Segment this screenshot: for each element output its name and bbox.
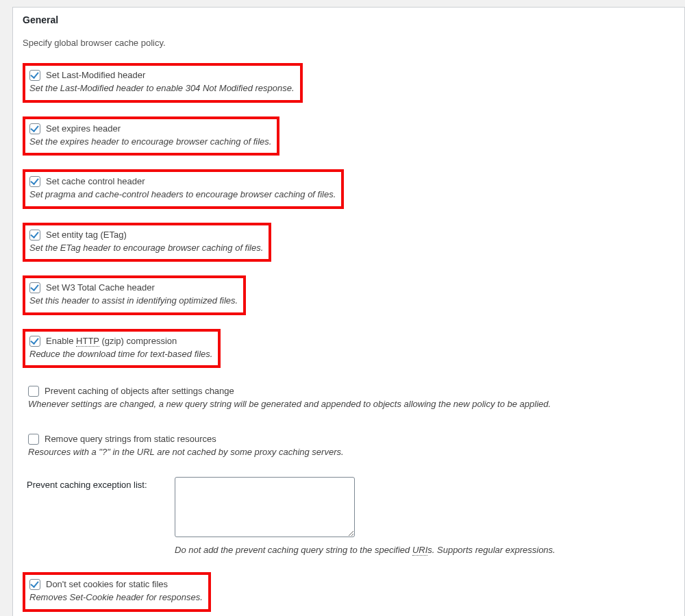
label-gzip-b: (gzip) compression [99,336,177,346]
panel-title: General [13,8,684,32]
exception-desc-a: Do not add the prevent caching query str… [175,545,412,555]
checkbox-prevent-after-change[interactable] [28,386,39,397]
exception-label: Prevent caching exception list: [23,477,175,490]
option-expires: Set expires header Set the expires heade… [23,116,279,156]
checkbox-cache-control[interactable] [29,176,40,187]
exception-desc: Do not add the prevent caching query str… [175,545,675,555]
option-last-modified: Set Last-Modified header Set the Last-Mo… [23,63,303,103]
exception-textarea[interactable] [175,477,355,537]
desc-cache-control: Set pragma and cache-control headers to … [29,188,336,201]
option-no-cookies: Don't set cookies for static files Remov… [23,572,211,612]
checkbox-gzip[interactable] [29,336,40,347]
label-w3tc[interactable]: Set W3 Total Cache header [46,282,155,293]
checkbox-remove-query[interactable] [28,434,39,445]
checkbox-w3tc[interactable] [29,282,40,293]
desc-no-cookies: Removes Set-Cookie header for responses. [29,591,203,604]
desc-remove-query: Resources with a "?" in the URL are not … [28,446,669,458]
label-gzip-a: Enable [46,336,76,346]
option-w3tc: Set W3 Total Cache header Set this heade… [23,275,246,315]
exception-desc-b: s. Supports regular expressions. [427,545,555,555]
label-remove-query[interactable]: Remove query strings from static resourc… [45,434,216,445]
desc-gzip: Reduce the download time for text-based … [29,348,212,360]
desc-w3tc: Set this header to assist in identifying… [29,295,238,307]
label-cache-control[interactable]: Set cache control header [46,176,145,187]
option-gzip: Enable HTTP (gzip) compression Reduce th… [23,329,221,369]
exception-row: Prevent caching exception list: Do not a… [23,477,675,555]
label-last-modified[interactable]: Set Last-Modified header [46,70,145,81]
label-expires[interactable]: Set expires header [46,123,121,134]
option-remove-query: Remove query strings from static resourc… [23,430,675,464]
checkbox-last-modified[interactable] [29,70,40,81]
option-prevent-after-change: Prevent caching of objects after setting… [23,382,675,416]
checkbox-etag[interactable] [29,230,40,241]
option-etag: Set entity tag (ETag) Set the ETag heade… [23,223,271,262]
abbr-uri: URI [412,545,427,556]
desc-expires: Set the expires header to encourage brow… [29,136,271,148]
option-cache-control: Set cache control header Set pragma and … [23,169,344,209]
abbr-http: HTTP [76,336,99,347]
label-etag[interactable]: Set entity tag (ETag) [46,230,127,241]
label-prevent-after-change[interactable]: Prevent caching of objects after setting… [45,386,234,397]
checkbox-no-cookies[interactable] [29,579,40,590]
desc-etag: Set the ETag header to encourage browser… [29,242,263,254]
label-gzip[interactable]: Enable HTTP (gzip) compression [46,336,177,347]
desc-last-modified: Set the Last-Modified header to enable 3… [29,82,295,95]
desc-prevent-after-change: Whenever settings are changed, a new que… [28,398,669,410]
panel-intro: Specify global browser cache policy. [23,38,675,48]
general-panel: General Specify global browser cache pol… [12,7,685,616]
checkbox-expires[interactable] [29,123,40,134]
label-no-cookies[interactable]: Don't set cookies for static files [46,579,168,590]
